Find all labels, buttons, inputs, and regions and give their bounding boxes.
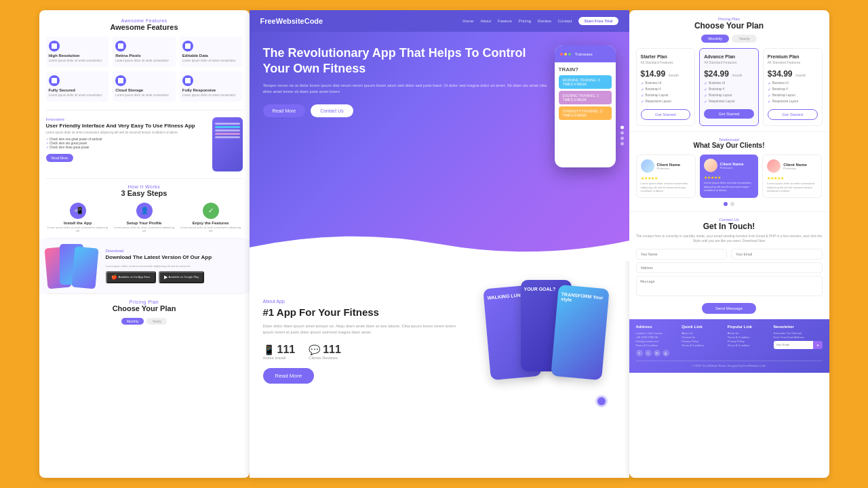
hero-contact-button[interactable]: Contact Us: [311, 104, 353, 117]
social-facebook-icon[interactable]: f: [636, 350, 643, 357]
contact-desc: The contact form is currently in standby…: [636, 234, 823, 243]
nav-cta-button[interactable]: Start Free Trial: [578, 17, 618, 25]
premium-get-started-button[interactable]: Get Started: [768, 109, 818, 120]
screens-container: Awesome Features Awesome Features High R…: [0, 0, 868, 488]
contact-name-input[interactable]: [636, 249, 728, 260]
nav-pricing[interactable]: Pricing: [519, 19, 531, 23]
about-phone-text-3: TRANSFORM Your style: [557, 285, 610, 312]
steps-grid: 📲 Install the App Lorem ipsum dolor sit …: [46, 203, 243, 232]
footer-popular-2[interactable]: Terms & Condition: [728, 336, 768, 339]
stat-row-2: 💬 111: [309, 344, 341, 356]
nav-about[interactable]: About: [480, 19, 491, 23]
footer-popular-1[interactable]: About Us: [728, 331, 768, 335]
pricing-cards: Starter Plan All Standard Features $14.9…: [636, 48, 823, 126]
step-desc-1: Lorem ipsum dolor sit amet consectetur a…: [46, 226, 110, 232]
starter-feature-1: ✓Business UI: [641, 81, 691, 85]
avatar-3: [767, 159, 781, 173]
feature-icon-2: [115, 41, 126, 52]
uf-read-more-button[interactable]: Read More: [46, 154, 74, 162]
footer-quicklink-2[interactable]: Contact Us: [682, 336, 722, 339]
phone-line-4: [215, 133, 240, 135]
premium-features-label: All Standard Features: [768, 60, 818, 64]
left-toggle-monthly[interactable]: Monthly: [121, 318, 144, 325]
advance-price-value: $24.99: [704, 69, 729, 79]
contact-message-input[interactable]: [636, 276, 823, 296]
avatar-1: [641, 159, 654, 173]
testimonial-text-1: Lorem ipsum dolor sit amet consectetur a…: [641, 182, 691, 193]
check-icon: ✓: [704, 81, 707, 85]
footer-popular-4[interactable]: Terms & Condition: [728, 344, 768, 347]
nav-contact[interactable]: Contact: [558, 19, 572, 23]
nav-feature[interactable]: Feature: [498, 19, 512, 23]
social-linkedin-icon[interactable]: in: [654, 350, 660, 357]
starter-plan-card: Starter Plan All Standard Features $14.9…: [636, 48, 696, 126]
nav-review[interactable]: Review: [538, 19, 551, 23]
contact-email-input[interactable]: [731, 249, 823, 260]
advance-feature-2: ✓Bootstrap 4: [704, 87, 754, 92]
features-grid: High Resolution Lorem ipsum dolor sit am…: [46, 37, 243, 102]
app-store-button[interactable]: 🍎 Available on the App Store: [106, 271, 156, 283]
about-title: #1 App For Your Fitness: [263, 306, 467, 318]
right-panel: Pricing Plan Choose Your Plan Monthly Ye…: [629, 10, 829, 478]
play-store-button[interactable]: ▶ Available on Google Play: [159, 271, 205, 283]
testimonial-text-3: Lorem ipsum dolor sit amet consectetur a…: [767, 182, 817, 193]
stat-num-2: 111: [323, 344, 341, 356]
footer-newsletter-title: Newsletter: [774, 325, 823, 329]
testimonial-role-3: Profession: [783, 167, 807, 170]
hero-read-more-button[interactable]: Read More: [263, 104, 306, 117]
starter-get-started-button[interactable]: Get Started: [641, 109, 691, 120]
download-phones: [46, 244, 100, 288]
starter-feature-3: ✓Bootstrap Layout: [641, 93, 691, 98]
premium-feature-4: ✓Responsive Layout: [768, 99, 818, 104]
step-item-2: 👤 Setup Your Profile Lorem ipsum dolor s…: [113, 203, 176, 232]
testimonials-title: What Say Our Clients!: [636, 142, 823, 149]
footer-quicklink-1[interactable]: About Us: [682, 331, 722, 335]
right-pricing-title: Choose Your Plan: [636, 21, 823, 30]
newsletter-input-row: ➤: [774, 341, 823, 349]
tab-yearly[interactable]: Yearly: [732, 35, 756, 43]
contact-form-row-1: [636, 249, 823, 260]
feature-icon-4: [49, 75, 60, 86]
uf-check-2: Check item two great power: [46, 142, 207, 145]
left-toggle-yearly[interactable]: Yearly: [146, 318, 167, 325]
feature-name-6: Fully Responsive: [182, 88, 240, 92]
about-label: About App: [263, 299, 467, 304]
premium-price-value: $34.99: [768, 69, 793, 79]
premium-plan-card: Premium Plan All Standard Features $34.9…: [763, 48, 823, 126]
social-google-icon[interactable]: g: [663, 350, 669, 357]
nav-home[interactable]: Home: [462, 19, 473, 23]
phone-mock-title: Trainease: [575, 52, 593, 56]
feature-icon-3: [182, 41, 193, 52]
contact-address-input[interactable]: [636, 262, 823, 273]
easy-steps-title: 3 Easy Steps: [46, 189, 243, 197]
social-twitter-icon[interactable]: t: [645, 350, 652, 357]
contact-section: Contact Us Get In Touch! The contact for…: [629, 212, 829, 319]
check-icon: ✓: [768, 81, 771, 85]
contact-send-button[interactable]: Send Message: [702, 303, 756, 314]
tab-monthly[interactable]: Monthly: [701, 35, 729, 43]
workout-card-1: MORNING TRAINING: 3 TIMES A WEEK: [559, 75, 612, 89]
newsletter-submit-button[interactable]: ➤: [813, 341, 823, 349]
left-pricing-title: Choose Your Plan: [46, 304, 243, 312]
floating-dot: [597, 397, 606, 405]
testimonial-stars-2: ★★★★★: [704, 175, 754, 180]
stat-label-1: Active Install: [263, 356, 296, 360]
scroll-dots: [620, 126, 624, 146]
advance-feature-4: ✓Responsive Layout: [704, 99, 754, 104]
starter-price-value: $14.99: [641, 69, 666, 79]
premium-feature-1: ✓Business UI: [768, 81, 818, 85]
about-read-more-button[interactable]: Read More: [263, 368, 315, 384]
left-pricing-toggle: Monthly Yearly: [46, 318, 243, 325]
footer-quicklink-3[interactable]: Privacy Policy: [682, 340, 722, 343]
advance-plan-name: Advance Plan: [704, 54, 754, 59]
footer-quicklink-4[interactable]: Terms & Condition: [682, 344, 722, 347]
about-text: About App #1 App For Your Fitness Diam d…: [263, 299, 467, 384]
footer-popular-3[interactable]: Privacy Policy: [728, 340, 768, 343]
left-panel: Awesome Features Awesome Features High R…: [39, 10, 250, 478]
step-desc-2: Lorem ipsum dolor sit amet consectetur a…: [113, 226, 176, 232]
advance-get-started-button[interactable]: Get Started: [704, 109, 754, 119]
footer-newsletter-1: Subscribe Our Channel: [774, 331, 823, 335]
testimonial-name-1: Client Name: [657, 163, 681, 167]
newsletter-email-input[interactable]: [774, 341, 813, 349]
phone-question-text: TRAIN?: [559, 66, 612, 73]
